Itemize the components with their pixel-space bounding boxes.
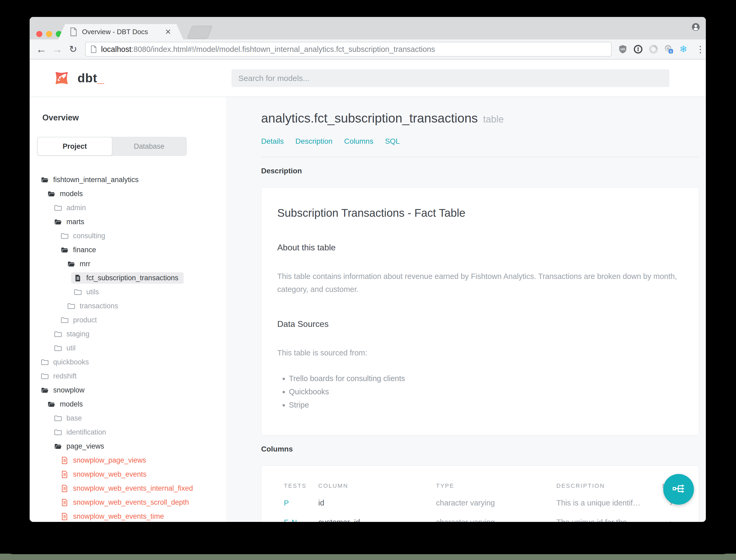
tree-item[interactable]: transactions bbox=[30, 299, 226, 313]
folder-open-icon bbox=[54, 442, 62, 450]
folder-closed-icon bbox=[41, 372, 49, 380]
tree-item[interactable]: base bbox=[30, 411, 226, 425]
page-nav-link[interactable]: Columns bbox=[344, 137, 373, 146]
tree-item[interactable]: fishtown_internal_analytics bbox=[30, 173, 226, 187]
tree-item[interactable]: consulting bbox=[30, 229, 226, 243]
lineage-graph-button[interactable] bbox=[663, 474, 694, 505]
tree-item[interactable]: snowplow_web_events bbox=[30, 467, 226, 481]
svg-text:UO: UO bbox=[621, 48, 625, 51]
tree-item[interactable]: redshift bbox=[30, 369, 226, 383]
tree-item[interactable]: snowplow_web_events_time bbox=[30, 509, 226, 522]
url-host: localhost bbox=[101, 45, 131, 54]
tab-database[interactable]: Database bbox=[112, 137, 186, 155]
page-nav-link[interactable]: Details bbox=[261, 137, 284, 146]
tree-item[interactable]: quickbooks bbox=[30, 355, 226, 369]
lineage-graph-icon bbox=[670, 481, 687, 498]
profile-avatar[interactable] bbox=[692, 23, 700, 31]
tree-item[interactable]: product bbox=[30, 313, 226, 327]
search-input[interactable] bbox=[232, 69, 669, 87]
tree-item[interactable]: snowplow bbox=[30, 383, 226, 397]
column-header: TYPE bbox=[436, 482, 556, 489]
tree-item[interactable]: page_views bbox=[30, 439, 226, 453]
folder-open-icon bbox=[47, 400, 56, 408]
doc-sources-heading: Data Sources bbox=[277, 319, 683, 329]
extensions-row: UO x ❄ ⋮ bbox=[618, 44, 705, 55]
ublock-shield-icon[interactable]: UO bbox=[618, 44, 627, 54]
chevron-right-icon[interactable]: › bbox=[662, 518, 683, 522]
page-nav-link[interactable]: SQL bbox=[385, 137, 400, 146]
source-item: Quickbooks bbox=[289, 387, 683, 396]
folder-closed-icon bbox=[54, 414, 62, 422]
doc-sources-intro: This table is sourced from: bbox=[277, 346, 683, 359]
tree-item[interactable]: utils bbox=[30, 285, 226, 299]
file-red-icon bbox=[61, 498, 69, 507]
table-row[interactable]: P id character varying This is a unique … bbox=[284, 493, 699, 513]
svg-text:x: x bbox=[670, 49, 672, 53]
folder-closed-icon bbox=[54, 330, 62, 338]
tree-item[interactable]: marts bbox=[30, 215, 226, 229]
sidebar-view-switch: Project Database bbox=[37, 137, 187, 156]
page-info-icon[interactable] bbox=[91, 46, 97, 53]
table-row[interactable]: F N customer_id character varying The un… bbox=[284, 513, 699, 522]
folder-closed-icon bbox=[41, 358, 49, 366]
tree-item[interactable]: util bbox=[30, 341, 226, 355]
folder-open-icon bbox=[47, 190, 56, 198]
doc-sources-list: Trello boards for consulting clientsQuic… bbox=[289, 374, 683, 409]
folder-closed-icon bbox=[74, 288, 82, 296]
tab-title: Overview - DBT Docs bbox=[82, 28, 148, 36]
tree-item[interactable]: identification bbox=[30, 425, 226, 439]
onepassword-icon[interactable] bbox=[633, 44, 643, 54]
tree-item[interactable]: snowplow_page_views bbox=[30, 453, 226, 467]
file-icon bbox=[74, 274, 82, 282]
page-favicon-icon bbox=[70, 28, 77, 36]
close-window-button[interactable] bbox=[36, 31, 42, 37]
columns-section-heading: Columns bbox=[261, 445, 699, 453]
extension-x-icon[interactable]: x bbox=[664, 44, 674, 54]
description-section-heading: Description bbox=[261, 167, 699, 175]
doc-about-text: This table contains information about re… bbox=[277, 270, 683, 296]
folder-open-icon bbox=[41, 176, 49, 184]
browser-menu-icon[interactable]: ⋮ bbox=[696, 44, 705, 55]
folder-closed-icon bbox=[54, 344, 62, 352]
cell-type: character varying bbox=[436, 518, 556, 522]
cell-tests: P bbox=[284, 499, 318, 507]
back-button[interactable]: ← bbox=[33, 44, 49, 55]
snowflake-icon[interactable]: ❄ bbox=[679, 44, 687, 54]
cell-column: id bbox=[318, 499, 436, 507]
tab-project[interactable]: Project bbox=[38, 137, 112, 155]
doc-about-heading: About this table bbox=[277, 243, 683, 252]
tree-item[interactable]: staging bbox=[30, 327, 226, 341]
resource-type-badge: table bbox=[483, 114, 504, 125]
tree-item[interactable]: snowplow_web_events_scroll_depth bbox=[30, 495, 226, 509]
desktop-strip bbox=[0, 554, 736, 560]
columns-table-header: TESTSCOLUMNTYPEDESCRIPTIONMORE? bbox=[284, 478, 699, 493]
new-tab-button[interactable] bbox=[187, 26, 213, 39]
cell-tests: F N bbox=[284, 518, 318, 522]
tab-strip: Overview - DBT Docs ✕ bbox=[30, 17, 706, 39]
column-header: TESTS bbox=[284, 482, 318, 489]
folder-closed-icon bbox=[54, 428, 62, 436]
tree-item[interactable]: finance bbox=[30, 243, 226, 257]
url-bar[interactable]: localhost :8080/index.html#!/model/model… bbox=[85, 42, 612, 57]
folder-closed-icon bbox=[61, 316, 69, 324]
tab-close-icon[interactable]: ✕ bbox=[165, 28, 171, 36]
page-nav: DetailsDescriptionColumnsSQL bbox=[261, 137, 699, 146]
page-title: analytics.fct_subscription_transactions bbox=[261, 111, 478, 125]
folder-open-icon bbox=[41, 386, 49, 394]
sidebar-heading: Overview bbox=[42, 113, 226, 123]
minimize-window-button[interactable] bbox=[46, 31, 52, 37]
reload-button[interactable]: ↻ bbox=[65, 44, 81, 54]
dbt-logo[interactable]: dbt_ bbox=[52, 68, 104, 88]
page-nav-link[interactable]: Description bbox=[296, 137, 333, 146]
tree-item[interactable]: models bbox=[30, 187, 226, 201]
browser-window: Overview - DBT Docs ✕ ← → ↻ localhost :8… bbox=[30, 17, 706, 522]
tree-item[interactable]: snowplow_web_events_internal_fixed bbox=[30, 481, 226, 495]
logo-text: dbt_ bbox=[78, 71, 104, 85]
tree-item[interactable]: admin bbox=[30, 201, 226, 215]
tree-item[interactable]: mrr bbox=[30, 257, 226, 271]
tree-item[interactable]: models bbox=[30, 397, 226, 411]
tree-item[interactable]: fct_subscription_transactions bbox=[30, 271, 226, 285]
file-red-icon bbox=[61, 470, 69, 478]
onetab-icon[interactable] bbox=[649, 44, 658, 54]
browser-tab[interactable]: Overview - DBT Docs ✕ bbox=[58, 24, 183, 39]
